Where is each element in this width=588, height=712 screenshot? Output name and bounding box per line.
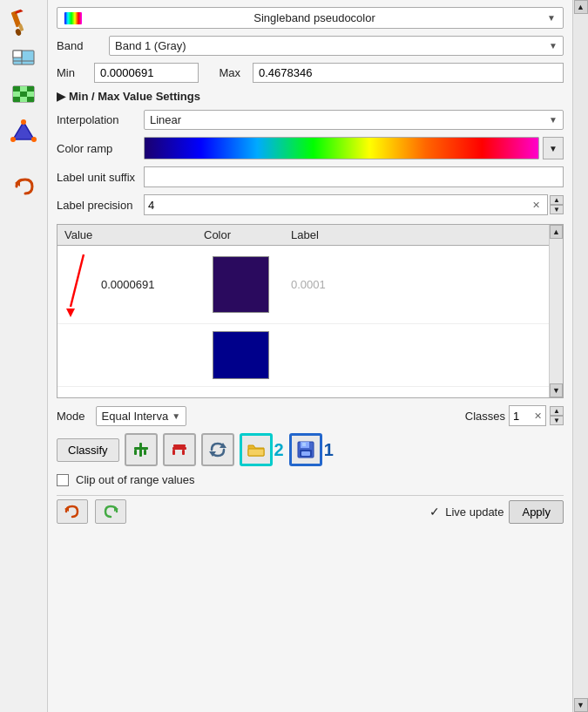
raster-icon[interactable]	[8, 80, 39, 112]
svg-rect-29	[172, 447, 186, 450]
svg-point-19	[21, 119, 26, 125]
reverse-button[interactable]	[201, 433, 234, 466]
color-swatch-1[interactable]	[213, 256, 269, 313]
table-row: 0.0000691 0.0001	[57, 246, 563, 324]
svg-rect-40	[301, 451, 310, 456]
clip-row: Clip out of range values	[57, 473, 564, 486]
classes-clear-icon[interactable]: ✕	[534, 410, 542, 422]
col-header-color: Color	[197, 228, 284, 241]
scroll-track	[573, 14, 588, 698]
svg-rect-26	[134, 450, 137, 455]
table-header: Value Color Label	[57, 225, 563, 246]
label-precision-input[interactable]	[148, 199, 532, 212]
table-cell-label-1: 0.0001	[284, 271, 563, 298]
triangle-icon: ▶	[57, 90, 65, 103]
precision-spin-down[interactable]: ▼	[550, 205, 564, 214]
add-class-button[interactable]	[125, 433, 158, 466]
table-scroll-track	[550, 239, 563, 383]
band-dropdown[interactable]: Band 1 (Gray) ▼	[109, 36, 564, 56]
band-arrow: ▼	[549, 41, 558, 51]
svg-rect-30	[172, 450, 175, 455]
mode-dropdown[interactable]: Equal Interva ▼	[96, 406, 187, 426]
vector-icon[interactable]	[8, 117, 39, 148]
footer-row: ✓ Live update Apply	[57, 495, 564, 524]
label-precision-wrap: ✕	[144, 194, 548, 215]
max-input[interactable]	[253, 63, 564, 83]
interpolation-label: Interpolation	[57, 113, 144, 126]
label-precision-row: Label precision ✕ ▲ ▼	[57, 194, 564, 215]
color-ramp-dropdown-btn[interactable]: ▼	[543, 137, 564, 159]
mode-label: Mode	[57, 410, 85, 423]
classes-wrap: Classes ✕ ▲ ▼	[465, 405, 564, 426]
redo-button[interactable]	[95, 499, 126, 524]
save-number-label: 1	[324, 440, 334, 460]
color-ramp-row: Color ramp ▼	[57, 137, 564, 159]
remove-class-button[interactable]	[163, 433, 196, 466]
reverse-icon	[208, 440, 227, 459]
interpolation-arrow: ▼	[549, 115, 558, 125]
color-swatch-2[interactable]	[213, 331, 269, 379]
svg-rect-27	[144, 450, 146, 455]
label-unit-suffix-input[interactable]	[144, 166, 564, 187]
precision-spin-up[interactable]: ▲	[550, 195, 564, 205]
svg-marker-24	[66, 309, 75, 317]
band-value: Band 1 (Gray)	[115, 39, 186, 52]
apply-button[interactable]: Apply	[509, 500, 564, 524]
table-scroll-down[interactable]: ▼	[550, 383, 563, 397]
table-scroll-up[interactable]: ▲	[550, 225, 563, 239]
label-unit-suffix-label: Label unit suffix	[57, 171, 144, 184]
svg-rect-15	[13, 97, 20, 102]
table-cell-value-2	[57, 349, 197, 363]
minmax-settings-label: Min / Max Value Settings	[69, 90, 200, 103]
classes-spin-up[interactable]: ▲	[550, 406, 564, 416]
clip-checkbox[interactable]	[57, 474, 69, 486]
renderer-type-label: Singleband pseudocolor	[253, 11, 375, 24]
minmax-settings-header[interactable]: ▶ Min / Max Value Settings	[57, 90, 564, 103]
precision-clear-icon[interactable]: ✕	[532, 200, 540, 211]
col-header-value: Value	[57, 228, 197, 241]
svg-rect-12	[13, 92, 20, 97]
renderer-type-arrow: ▼	[547, 13, 556, 23]
remove-icon	[170, 440, 189, 459]
svg-point-21	[10, 137, 16, 142]
main-content: Singleband pseudocolor ▼ Band Band 1 (Gr…	[48, 0, 572, 712]
save-button[interactable]	[289, 433, 322, 466]
table-cell-color-2[interactable]	[197, 324, 284, 386]
renderer-type-dropdown[interactable]: Singleband pseudocolor ▼	[57, 7, 564, 29]
minmax-row: Min Max	[57, 63, 564, 83]
main-scrollbar: ▲ ▼	[572, 0, 588, 712]
classes-label: Classes	[465, 410, 505, 423]
undo-icon[interactable]	[8, 171, 39, 202]
paintbrush-icon[interactable]	[8, 7, 39, 38]
svg-rect-38	[302, 443, 306, 446]
scroll-up-arrow[interactable]: ▲	[574, 0, 588, 14]
classes-spin-down[interactable]: ▼	[550, 416, 564, 425]
live-update-row: ✓ Live update Apply	[429, 500, 564, 524]
svg-rect-11	[27, 86, 34, 92]
add-icon	[132, 440, 151, 459]
classify-button[interactable]: Classify	[57, 438, 119, 462]
band-row: Band Band 1 (Gray) ▼	[57, 36, 564, 56]
undo-button[interactable]	[57, 499, 88, 524]
color-ramp-label: Color ramp	[57, 142, 144, 155]
layer-small-icon[interactable]	[8, 44, 39, 75]
interpolation-dropdown[interactable]: Linear ▼	[144, 110, 564, 130]
color-ramp-bar[interactable]	[144, 137, 539, 159]
undo-icon-footer	[64, 504, 81, 519]
live-update-checkmark: ✓	[429, 505, 440, 519]
clip-label: Clip out of range values	[76, 473, 195, 486]
min-input[interactable]	[94, 63, 199, 83]
classes-input[interactable]	[513, 410, 534, 423]
svg-rect-32	[173, 444, 186, 447]
mode-row: Mode Equal Interva ▼ Classes ✕ ▲ ▼	[57, 405, 564, 426]
action-row: Classify	[57, 433, 564, 466]
load-button[interactable]	[240, 433, 273, 466]
svg-rect-9	[13, 86, 20, 92]
table-cell-color-1[interactable]	[197, 249, 284, 320]
save-icon	[296, 440, 315, 459]
label-unit-suffix-row: Label unit suffix	[57, 166, 564, 187]
scroll-down-arrow[interactable]: ▼	[574, 698, 588, 712]
value-text-1: 0.0000691	[101, 278, 154, 291]
classes-input-wrap: ✕	[509, 405, 546, 426]
interpolation-value: Linear	[150, 113, 181, 126]
